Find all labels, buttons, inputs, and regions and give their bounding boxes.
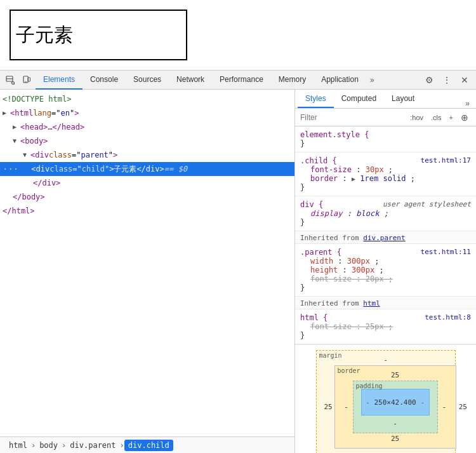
dom-line-close-div[interactable]: </div> xyxy=(0,176,294,190)
crumb-div-parent[interactable]: div.parent xyxy=(66,440,119,451)
dom-line-doctype[interactable]: <!DOCTYPE html> xyxy=(0,92,294,106)
dom-line-div-parent[interactable]: ▼ <div class="parent" > xyxy=(0,148,294,162)
style-prop-font-size-html: font-size : 25px ; xyxy=(310,322,471,331)
styles-subtabs: Styles Computed Layout » xyxy=(295,90,476,109)
head-arrow[interactable]: ▶ xyxy=(13,121,20,133)
style-selector-div[interactable]: div { xyxy=(300,200,323,209)
filter-bar: :hov .cls + ⊕ xyxy=(295,109,476,126)
new-style-rule-btn[interactable]: ⊕ xyxy=(458,111,471,124)
box-padding-bottom: - xyxy=(359,419,432,428)
style-source-child[interactable]: test.html:17 xyxy=(421,156,471,165)
tab-network[interactable]: Network xyxy=(169,71,212,90)
inherited-from-html-link[interactable]: html xyxy=(363,299,380,308)
style-prop-border: border : ▶ 1rem solid ; xyxy=(310,174,471,183)
box-margin-label: margin xyxy=(319,352,342,359)
svg-rect-5 xyxy=(29,78,30,81)
box-border-left: - xyxy=(340,403,353,411)
box-margin-bottom: - xyxy=(322,450,450,453)
dom-line-close-body[interactable]: </body> xyxy=(0,190,294,204)
hov-filter-btn[interactable]: :hov xyxy=(407,112,426,123)
style-selector-parent[interactable]: .parent { xyxy=(300,248,341,257)
ua-label: user agent stylesheet xyxy=(383,200,471,208)
box-padding-label: padding xyxy=(356,382,383,389)
style-selector-child[interactable]: .child { xyxy=(300,156,337,165)
box-content: - 250×42.400 - xyxy=(361,389,430,416)
svg-line-3 xyxy=(14,84,15,85)
add-rule-btn[interactable]: + xyxy=(447,112,456,123)
style-prop-width: width : 300px ; xyxy=(310,257,471,266)
tab-sources[interactable]: Sources xyxy=(126,71,169,90)
dom-line-div-child[interactable]: ··· <div class="child" > 子元素 </div> == $… xyxy=(0,162,294,176)
box-margin-right: 25 xyxy=(456,403,469,411)
box-content-size: 250×42.400 xyxy=(374,398,416,407)
dom-tree[interactable]: <!DOCTYPE html> ▶ <html lang="en" > ▶ <h… xyxy=(0,90,294,436)
box-content-left: - xyxy=(362,398,374,407)
box-margin-sides: 25 border 25 - xyxy=(322,365,450,449)
box-padding: padding - 250×42.400 - xyxy=(353,381,438,433)
close-devtools-btn[interactable]: ✕ xyxy=(457,72,472,88)
tab-computed[interactable]: Computed xyxy=(334,90,384,108)
preview-box: 子元素 xyxy=(10,10,187,60)
style-source-html[interactable]: test.html:8 xyxy=(425,313,471,321)
dom-line-close-html[interactable]: </html> xyxy=(0,204,294,218)
box-margin: margin - 25 border 25 xyxy=(316,350,456,453)
box-border-right: - xyxy=(438,403,451,411)
box-model-container: margin - 25 border 25 xyxy=(316,350,456,453)
parent-arrow[interactable]: ▼ xyxy=(23,149,30,161)
box-model: margin - 25 border 25 xyxy=(295,344,476,453)
tab-layout[interactable]: Layout xyxy=(384,90,422,108)
style-prop-display: display : block ; xyxy=(310,209,471,218)
devtools-panel: Elements Console Sources Network Perform… xyxy=(0,70,476,453)
cls-filter-btn[interactable]: .cls xyxy=(428,112,444,123)
crumb-body[interactable]: body xyxy=(36,440,62,451)
tab-performance[interactable]: Performance xyxy=(212,71,271,90)
tab-application[interactable]: Application xyxy=(314,71,366,90)
filter-input[interactable] xyxy=(300,113,405,122)
inherited-from-parent-link[interactable]: div.parent xyxy=(363,234,405,242)
preview-text: 子元素 xyxy=(16,22,73,48)
settings-btn[interactable]: ⚙ xyxy=(421,72,437,88)
tab-styles[interactable]: Styles xyxy=(298,90,334,108)
box-border-sides: - padding xyxy=(340,381,451,433)
box-border-label: border xyxy=(338,367,360,374)
body-arrow[interactable]: ▼ xyxy=(13,135,20,147)
style-prop-font-size: font-size : 30px ; xyxy=(310,165,471,174)
tab-end-icons: ⚙ ⋮ ✕ xyxy=(421,72,473,88)
main-content: <!DOCTYPE html> ▶ <html lang="en" > ▶ <h… xyxy=(0,90,476,453)
preview-area: 子元素 xyxy=(0,0,476,70)
html-arrow[interactable]: ▶ xyxy=(3,107,10,119)
crumb-html[interactable]: html xyxy=(5,440,31,451)
breadcrumb: html › body › div.parent › div.child xyxy=(0,436,294,453)
style-prop-height: height : 300px ; xyxy=(310,266,471,274)
device-icon-btn[interactable] xyxy=(19,72,34,88)
tab-elements[interactable]: Elements xyxy=(36,71,83,90)
style-prop-font-size-strikethrough: font-size : 20px ; xyxy=(310,274,471,283)
inherited-from-html-label: Inherited from html xyxy=(295,297,476,309)
style-rule-div-ua: div { user agent stylesheet display : bl… xyxy=(295,196,476,231)
box-inner-padding: padding - 250×42.400 - xyxy=(353,381,438,433)
border-arrow-icon: ▶ xyxy=(352,175,355,182)
elements-panel: <!DOCTYPE html> ▶ <html lang="en" > ▶ <h… xyxy=(0,90,295,453)
crumb-div-child[interactable]: div.child xyxy=(124,440,173,451)
inspect-icon-btn[interactable] xyxy=(3,72,18,88)
tab-console[interactable]: Console xyxy=(83,71,126,90)
style-selector-html[interactable]: html { xyxy=(300,313,327,322)
more-options-btn[interactable]: ⋮ xyxy=(439,72,454,88)
box-inner-border: border 25 - padding xyxy=(334,365,456,449)
box-content-right: - xyxy=(416,398,429,407)
style-rule-element: element.style { } xyxy=(295,126,476,152)
style-selector-element: element.style { xyxy=(300,130,369,139)
tab-memory[interactable]: Memory xyxy=(271,71,314,90)
style-rule-html: html { test.html:8 font-size : 25px ; } xyxy=(295,309,476,344)
dom-ellipsis-btn[interactable]: ··· xyxy=(3,163,18,175)
tab-overflow-btn[interactable]: » xyxy=(366,71,378,90)
svg-point-2 xyxy=(12,81,15,84)
dom-line-body[interactable]: ▼ <body> xyxy=(0,134,294,148)
dom-line-html[interactable]: ▶ <html lang="en" > xyxy=(0,106,294,120)
style-rule-parent: .parent { test.html:11 width : 300px ; h… xyxy=(295,244,476,297)
dom-line-head[interactable]: ▶ <head> … </head> xyxy=(0,120,294,134)
styles-tab-more[interactable]: » xyxy=(461,99,473,108)
box-border-bottom: 25 xyxy=(340,435,451,443)
style-source-parent[interactable]: test.html:11 xyxy=(421,248,471,256)
styles-panel: Styles Computed Layout » :hov .cls + ⊕ xyxy=(295,90,476,453)
